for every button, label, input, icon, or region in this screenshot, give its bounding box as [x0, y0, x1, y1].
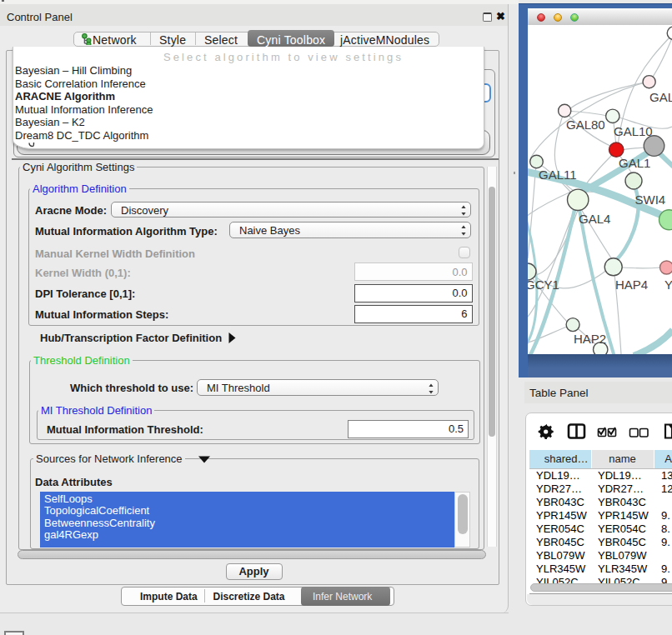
svg-text:GAL4: GAL4 — [579, 212, 610, 226]
svg-text:SWI4: SWI4 — [635, 192, 666, 207]
svg-text:GAL7: GAL7 — [649, 90, 672, 104]
svg-text:GCY1: GCY1 — [528, 278, 559, 292]
svg-text:GAL80: GAL80 — [566, 118, 605, 132]
svg-text:GAL11: GAL11 — [539, 168, 577, 182]
svg-text:Y: Y — [664, 278, 672, 292]
svg-text:GAL10: GAL10 — [614, 124, 653, 138]
svg-text:HAP4: HAP4 — [615, 278, 648, 292]
svg-text:GAL1: GAL1 — [619, 156, 650, 170]
svg-text:HAP2: HAP2 — [574, 332, 606, 346]
